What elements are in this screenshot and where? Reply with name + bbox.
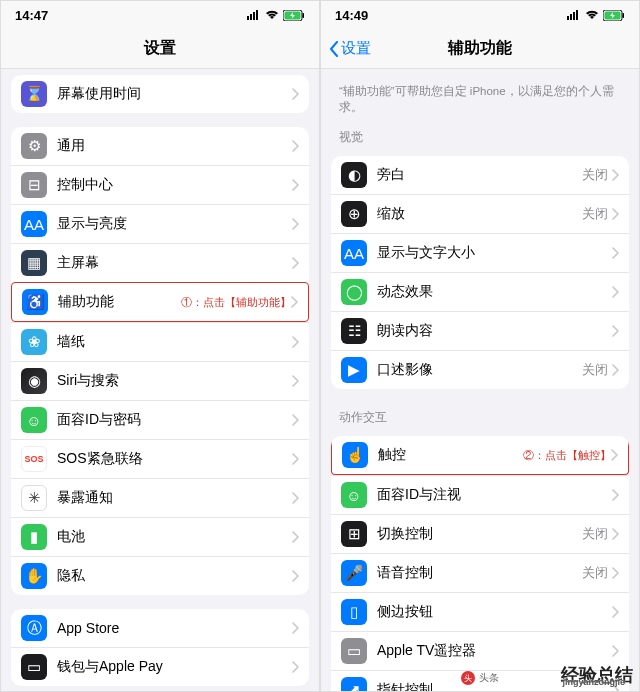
chevron-right-icon (612, 247, 619, 259)
settings-group: Ⓐ App Store ▭ 钱包与Apple Pay (11, 609, 309, 686)
row-暴露通知[interactable]: ✳ 暴露通知 (11, 478, 309, 517)
row-label: 主屏幕 (57, 254, 292, 272)
row-label: 隐私 (57, 567, 292, 585)
row-辅助功能[interactable]: ♿ 辅助功能 ①：点击【辅助功能】 (11, 282, 309, 322)
row-隐私[interactable]: ✋ 隐私 (11, 556, 309, 595)
row-面容ID与密码[interactable]: ☺ 面容ID与密码 (11, 400, 309, 439)
row-value: 关闭 (582, 166, 608, 184)
row-控制中心[interactable]: ⊟ 控制中心 (11, 165, 309, 204)
chevron-right-icon (292, 531, 299, 543)
row-value: 关闭 (582, 525, 608, 543)
row-缩放[interactable]: ⊕ 缩放 关闭 (331, 194, 629, 233)
row-label: 面容ID与注视 (377, 486, 612, 504)
home-screen-icon: ▦ (21, 250, 47, 276)
chevron-right-icon (612, 528, 619, 540)
voiceover-icon: ◐ (341, 162, 367, 188)
chevron-right-icon (612, 606, 619, 618)
chevron-right-icon (292, 179, 299, 191)
chevron-right-icon (292, 257, 299, 269)
row-label: 控制中心 (57, 176, 292, 194)
chevron-right-icon (292, 453, 299, 465)
faceid-icon: ☺ (21, 407, 47, 433)
settings-group: ⚙ 通用 ⊟ 控制中心 AA 显示与亮度 ▦ 主屏幕 ♿ 辅助功能 ①：点击【辅… (11, 127, 309, 595)
chevron-right-icon (292, 570, 299, 582)
chevron-right-icon (612, 325, 619, 337)
chevron-right-icon (292, 140, 299, 152)
row-label: 触控 (378, 446, 515, 464)
row-动态效果[interactable]: ◯ 动态效果 (331, 272, 629, 311)
row-显示与亮度[interactable]: AA 显示与亮度 (11, 204, 309, 243)
row-面容ID与注视[interactable]: ☺ 面容ID与注视 (331, 475, 629, 514)
row-Apple TV遥控器[interactable]: ▭ Apple TV遥控器 (331, 631, 629, 670)
battery-icon: ▮ (21, 524, 47, 550)
row-旁白[interactable]: ◐ 旁白 关闭 (331, 156, 629, 194)
row-App Store[interactable]: Ⓐ App Store (11, 609, 309, 647)
chevron-right-icon (612, 286, 619, 298)
appstore-icon: Ⓐ (21, 615, 47, 641)
row-通用[interactable]: ⚙ 通用 (11, 127, 309, 165)
status-time: 14:47 (15, 8, 48, 23)
textsize-icon: AA (341, 240, 367, 266)
status-time: 14:49 (335, 8, 368, 23)
row-label: App Store (57, 620, 292, 636)
section-header: 视觉 (321, 123, 639, 150)
back-button[interactable]: 设置 (329, 39, 371, 58)
row-label: 通用 (57, 137, 292, 155)
hourglass-icon: ⌛ (21, 81, 47, 107)
nav-bar: 设置 (1, 29, 319, 69)
source-badge: 头头条 (461, 671, 499, 685)
row-钱包与Apple Pay[interactable]: ▭ 钱包与Apple Pay (11, 647, 309, 686)
spoken-icon: ☷ (341, 318, 367, 344)
row-墙纸[interactable]: ❀ 墙纸 (11, 322, 309, 361)
annotation: ①：点击【辅助功能】 (181, 295, 291, 310)
status-bar: 14:47 (1, 1, 319, 29)
row-口述影像[interactable]: ▶ 口述影像 关闭 (331, 350, 629, 389)
row-电池[interactable]: ▮ 电池 (11, 517, 309, 556)
row-label: 面容ID与密码 (57, 411, 292, 429)
wallpaper-icon: ❀ (21, 329, 47, 355)
settings-list[interactable]: ⌛ 屏幕使用时间 ⚙ 通用 ⊟ 控制中心 AA 显示与亮度 ▦ 主屏幕 ♿ 辅助… (1, 69, 319, 691)
row-屏幕使用时间[interactable]: ⌛ 屏幕使用时间 (11, 75, 309, 113)
voice-ctrl-icon: 🎤 (341, 560, 367, 586)
chevron-right-icon (292, 218, 299, 230)
gear-icon: ⚙ (21, 133, 47, 159)
row-label: 旁白 (377, 166, 582, 184)
row-语音控制[interactable]: 🎤 语音控制 关闭 (331, 553, 629, 592)
row-label: 显示与文字大小 (377, 244, 612, 262)
status-indicators (247, 10, 305, 21)
row-label: 切换控制 (377, 525, 582, 543)
status-bar: 14:49 (321, 1, 639, 29)
row-label: 侧边按钮 (377, 603, 612, 621)
accessibility-list[interactable]: “辅助功能”可帮助您自定 iPhone，以满足您的个人需求。 视觉 ◐ 旁白 关… (321, 69, 639, 691)
motion-icon: ◯ (341, 279, 367, 305)
page-title: 设置 (144, 38, 176, 59)
chevron-right-icon (292, 375, 299, 387)
touch-icon: ☝ (342, 442, 368, 468)
settings-phone: 14:47 设置 ⌛ 屏幕使用时间 ⚙ 通用 ⊟ 控制中心 AA 显示与亮度 ▦ (0, 0, 320, 692)
row-朗读内容[interactable]: ☷ 朗读内容 (331, 311, 629, 350)
row-触控[interactable]: ☝ 触控 ②：点击【触控】 (331, 436, 629, 475)
page-title: 辅助功能 (448, 38, 512, 59)
row-侧边按钮[interactable]: ▯ 侧边按钮 (331, 592, 629, 631)
row-主屏幕[interactable]: ▦ 主屏幕 (11, 243, 309, 282)
appletv-icon: ▭ (341, 638, 367, 664)
svg-rect-0 (247, 16, 249, 20)
row-label: 口述影像 (377, 361, 582, 379)
switch-ctrl-icon: ⊞ (341, 521, 367, 547)
chevron-right-icon (292, 414, 299, 426)
svg-rect-5 (303, 13, 305, 18)
annotation: ②：点击【触控】 (523, 448, 611, 463)
chevron-right-icon (612, 489, 619, 501)
row-label: 辅助功能 (58, 293, 173, 311)
description: “辅助功能”可帮助您自定 iPhone，以满足您的个人需求。 (321, 69, 639, 123)
pointer-icon: ⬈ (341, 677, 367, 691)
chevron-right-icon (292, 661, 299, 673)
chevron-right-icon (292, 88, 299, 100)
row-切换控制[interactable]: ⊞ 切换控制 关闭 (331, 514, 629, 553)
row-SOS紧急联络[interactable]: SOS SOS紧急联络 (11, 439, 309, 478)
row-value: 关闭 (582, 361, 608, 379)
exposure-icon: ✳ (21, 485, 47, 511)
row-label: 语音控制 (377, 564, 582, 582)
row-显示与文字大小[interactable]: AA 显示与文字大小 (331, 233, 629, 272)
row-Siri与搜索[interactable]: ◉ Siri与搜索 (11, 361, 309, 400)
